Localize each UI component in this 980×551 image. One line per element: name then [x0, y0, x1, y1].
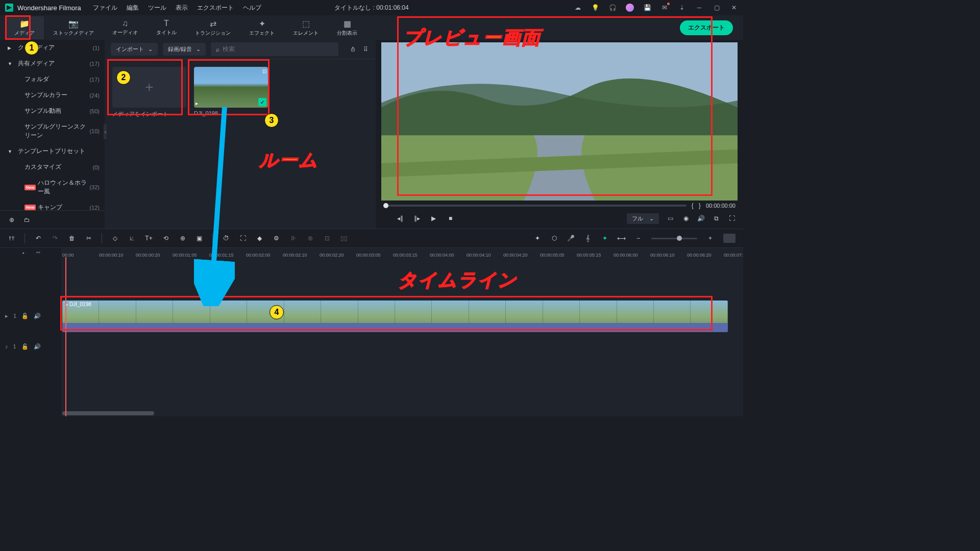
timeline-clip[interactable]: ▸DJI_0198 — [62, 300, 728, 332]
mic-icon[interactable]: ⇣ — [678, 4, 686, 12]
close-icon[interactable]: ✕ — [730, 4, 738, 12]
video-track-icon[interactable]: ▸ — [5, 313, 8, 319]
rotate-icon[interactable]: ⟲ — [162, 235, 169, 242]
mixer-icon[interactable]: 𝄞 — [584, 235, 592, 242]
sidebar-item[interactable]: フォルダ(17) — [0, 71, 105, 87]
minimize-icon[interactable]: ─ — [695, 4, 703, 12]
export-button[interactable]: エクスポート — [680, 20, 733, 35]
keyframe-icon[interactable]: ◆ — [256, 235, 263, 242]
sidebar-item[interactable]: サンプルグリーンスクリーン(10) — [0, 119, 105, 143]
sidebar-item[interactable]: カスタマイズ(0) — [0, 159, 105, 175]
headset-icon[interactable]: 🎧 — [608, 4, 617, 12]
tab-transition[interactable]: ⇄トランジション — [186, 16, 240, 39]
compare-icon[interactable]: ⧉ — [713, 215, 720, 222]
bracket-open-icon[interactable]: { — [692, 202, 694, 209]
grid-view-icon[interactable]: ⠿ — [362, 45, 370, 53]
filter-icon[interactable]: ⫛ — [349, 45, 357, 53]
marker-icon[interactable]: ⬥ — [19, 249, 27, 257]
marker-add-icon[interactable]: ✦ — [601, 235, 608, 242]
voiceover-icon[interactable]: 🎤 — [567, 235, 575, 242]
tab-media[interactable]: 📁メディア — [5, 16, 44, 39]
range-icon[interactable]: ⟷ — [618, 235, 625, 242]
tab-stock[interactable]: 📷ストックメディア — [44, 16, 103, 39]
panel-drag-handle[interactable]: ◂ — [104, 124, 107, 139]
speed-icon[interactable]: ⏱ — [222, 235, 230, 242]
shield-icon[interactable]: ⬡ — [550, 235, 558, 242]
sidebar-item[interactable]: Newハロウィン＆ホラー風(32) — [0, 175, 105, 199]
audio-track-icon[interactable]: ♪ — [5, 343, 8, 349]
display-icon[interactable]: ▭ — [667, 215, 674, 222]
lock-icon[interactable]: 🔓 — [21, 313, 29, 319]
horizontal-scrollbar[interactable] — [62, 411, 154, 415]
tab-split[interactable]: ▦分割表示 — [328, 16, 366, 39]
preview-video[interactable] — [381, 42, 738, 201]
view-mode-icon[interactable] — [723, 234, 736, 243]
play-icon[interactable]: ▶ — [430, 215, 437, 222]
sidebar-item[interactable]: Newキャンプ(12) — [0, 199, 105, 210]
adjust-icon[interactable]: ⚙ — [273, 235, 280, 242]
tab-title[interactable]: Tタイトル — [147, 16, 186, 39]
undo-icon[interactable]: ↶ — [34, 235, 42, 242]
cloud-icon[interactable]: ☁ — [574, 4, 582, 12]
media-clip-card[interactable]: ⊡ ▸ ✓ DJI_0198 — [194, 67, 268, 118]
bracket-close-icon[interactable]: } — [699, 202, 701, 209]
delete-icon[interactable]: 🗑 — [68, 235, 76, 242]
zoom-out-icon[interactable]: − — [634, 235, 642, 242]
menu-file[interactable]: ファイル — [93, 4, 117, 12]
sidebar-item[interactable]: ▶クトメディア(1) — [0, 40, 105, 56]
tracks-icon[interactable]: ⫯⫯ — [8, 235, 15, 242]
sidebar-item[interactable]: サンプル動画(50) — [0, 103, 105, 119]
fullscreen-icon[interactable]: ⛶ — [728, 215, 736, 222]
menu-help[interactable]: ヘルプ — [243, 4, 261, 12]
sidebar-item[interactable]: ▼テンプレートプリセット — [0, 143, 105, 159]
tab-effect[interactable]: ✦エフェクト — [240, 16, 284, 39]
scrub-track[interactable] — [383, 205, 687, 207]
idea-icon[interactable]: 💡 — [591, 4, 599, 12]
lock-icon[interactable]: 🔓 — [21, 343, 29, 350]
mute-icon[interactable]: 🔊 — [34, 343, 41, 350]
folder-tree-icon[interactable]: 🗀 — [23, 216, 31, 223]
playhead[interactable] — [65, 257, 66, 416]
timeline-ruler[interactable]: ⬥ ⚯ 00:0000:00:00:1000:00:00:2000:00:01:… — [0, 248, 743, 257]
zoom-slider[interactable] — [651, 238, 697, 239]
sidebar-item[interactable]: ▼共有メディア(17) — [0, 56, 105, 71]
color-icon[interactable]: ⊕ — [179, 235, 186, 242]
redo-icon[interactable]: ↷ — [51, 235, 59, 242]
cut-icon[interactable]: ✂ — [85, 235, 92, 242]
tab-element[interactable]: ⬚エレメント — [284, 16, 328, 39]
enhance-icon[interactable]: ⊛ — [306, 235, 314, 242]
avatar-icon[interactable] — [626, 4, 634, 12]
menu-tools[interactable]: ツール — [148, 4, 166, 12]
save-icon[interactable]: 💾 — [643, 4, 651, 12]
fit-icon[interactable]: ⛶ — [239, 235, 247, 242]
auto-icon[interactable]: ✦ — [533, 235, 541, 242]
quality-dropdown[interactable]: フル⌄ — [627, 213, 659, 224]
tab-audio[interactable]: ♫オーディオ — [103, 16, 147, 39]
tag-icon[interactable]: ◇ — [111, 235, 119, 242]
volume-icon[interactable]: 🔊 — [697, 215, 705, 222]
motion-icon[interactable]: ⊡ — [323, 235, 331, 242]
import-dropdown[interactable]: インポート⌄ — [111, 43, 158, 56]
step-forward-icon[interactable]: ∥▸ — [413, 215, 421, 222]
text-tool-icon[interactable]: T+ — [145, 235, 153, 242]
crop-icon[interactable]: ⟀ — [128, 235, 136, 242]
prev-frame-icon[interactable]: ◂∥ — [396, 215, 404, 222]
menu-edit[interactable]: 編集 — [127, 4, 139, 12]
record-dropdown[interactable]: 録画/録音⌄ — [163, 43, 206, 56]
group-icon[interactable]: ▯▯ — [340, 235, 348, 242]
menu-view[interactable]: 表示 — [176, 4, 188, 12]
menu-export[interactable]: エクスポート — [197, 4, 234, 12]
link-icon[interactable]: ⚯ — [35, 249, 42, 257]
mask-icon[interactable]: ▣ — [195, 235, 203, 242]
message-icon[interactable]: ✉ — [660, 4, 669, 12]
snapshot-icon[interactable]: ◉ — [682, 215, 690, 222]
new-folder-icon[interactable]: ⊕ — [8, 216, 15, 223]
audio-sync-icon[interactable]: ⊪ — [289, 235, 297, 242]
video-track[interactable]: ▸DJI_0198 — [62, 300, 743, 332]
sidebar-item[interactable]: サンプルカラー(24) — [0, 87, 105, 103]
eye-icon[interactable]: 🔊 — [34, 313, 41, 319]
maximize-icon[interactable]: ▢ — [713, 4, 721, 12]
media-search[interactable]: ⌕検索 — [211, 42, 338, 56]
stop-icon[interactable]: ■ — [447, 215, 454, 222]
zoom-in-icon[interactable]: + — [706, 235, 714, 242]
